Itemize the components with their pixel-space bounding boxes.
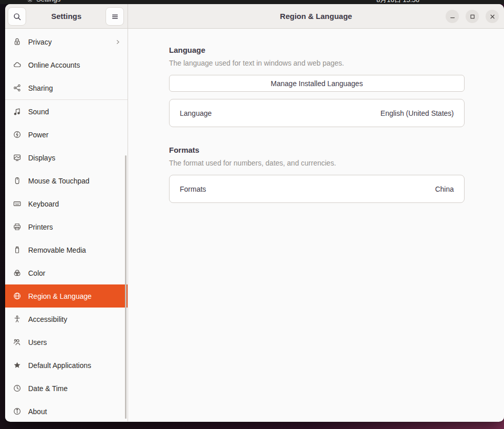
- usb-drive-icon: [13, 246, 22, 254]
- color-profile-icon: [13, 269, 22, 277]
- minimize-icon: [449, 13, 456, 20]
- sidebar-item-keyboard[interactable]: Keyboard: [5, 192, 128, 215]
- app-title: Settings: [51, 12, 81, 21]
- star-icon: [13, 361, 22, 370]
- mouse-icon: [13, 176, 22, 185]
- keyboard-icon: [13, 199, 22, 208]
- sidebar-item-date-time[interactable]: Date & Time: [5, 377, 128, 400]
- search-button[interactable]: [8, 7, 26, 26]
- sidebar-item-label: Power: [28, 131, 121, 139]
- close-button[interactable]: [486, 10, 499, 23]
- info-icon: [13, 407, 22, 416]
- language-row-label: Language: [180, 109, 212, 117]
- display-icon: [13, 153, 22, 162]
- music-note-icon: [13, 107, 22, 116]
- sidebar-item-sharing[interactable]: Sharing: [5, 76, 128, 99]
- sidebar-item-region-language[interactable]: Region & Language: [5, 284, 128, 308]
- page-title: Region & Language: [280, 12, 352, 21]
- sidebar-item-default-applications[interactable]: Default Applications: [5, 354, 128, 377]
- share-icon: [13, 84, 22, 92]
- sidebar-header: Settings: [5, 4, 128, 28]
- sidebar-item-users[interactable]: Users: [5, 331, 128, 354]
- sidebar-item-privacy[interactable]: Privacy: [5, 30, 128, 53]
- sidebar-item-power[interactable]: Power: [5, 123, 128, 146]
- topbar-clock[interactable]: 8月16日 15:56: [376, 0, 419, 4]
- sidebar-item-printers[interactable]: Printers: [5, 215, 128, 238]
- search-icon: [13, 12, 22, 21]
- language-section-title: Language: [169, 46, 465, 54]
- sidebar-item-label: Region & Language: [28, 292, 121, 300]
- sidebar-item-sound[interactable]: Sound: [5, 100, 128, 123]
- formats-row-value: China: [435, 185, 454, 193]
- sidebar-item-mouse-touchpad[interactable]: Mouse & Touchpad: [5, 169, 128, 192]
- formats-row-label: Formats: [180, 185, 206, 193]
- minimize-button[interactable]: [446, 10, 459, 23]
- sidebar-item-label: Date & Time: [28, 384, 121, 393]
- clock-icon: [13, 384, 22, 393]
- sidebar-item-label: Online Accounts: [28, 61, 121, 69]
- sidebar-item-label: Keyboard: [28, 200, 121, 208]
- sidebar-item-color[interactable]: Color: [5, 261, 128, 284]
- sidebar-item-label: Users: [28, 338, 121, 346]
- lock-icon: [13, 37, 22, 46]
- language-row-value: English (United States): [381, 109, 454, 117]
- region-language-page: Language The language used for text in w…: [128, 29, 504, 421]
- manage-installed-languages-button[interactable]: Manage Installed Languages: [169, 75, 465, 92]
- sidebar-item-online-accounts[interactable]: Online Accounts: [5, 53, 128, 76]
- sidebar-item-label: About: [28, 407, 121, 416]
- sidebar-item-accessibility[interactable]: Accessibility: [5, 308, 128, 331]
- globe-icon: [13, 292, 22, 300]
- gnome-top-bar: Settings 8月16日 15:56: [0, 0, 504, 4]
- window-controls: [446, 4, 499, 29]
- users-icon: [13, 338, 22, 346]
- sidebar-item-label: Default Applications: [28, 361, 121, 370]
- content-header: Region & Language: [128, 4, 504, 28]
- sidebar-item-removable-media[interactable]: Removable Media: [5, 238, 128, 261]
- hamburger-menu-icon: [111, 12, 119, 21]
- language-row[interactable]: Language English (United States): [170, 99, 464, 127]
- sidebar-item-label: Mouse & Touchpad: [28, 177, 121, 185]
- sidebar-item-label: Color: [28, 269, 121, 277]
- sidebar: PrivacyOnline AccountsSharingSoundPowerD…: [5, 29, 128, 421]
- accessibility-icon: [13, 315, 22, 323]
- primary-menu-button[interactable]: [106, 7, 124, 26]
- topbar-app-label: Settings: [36, 0, 60, 3]
- sidebar-item-label: Accessibility: [28, 315, 121, 323]
- language-card: Language English (United States): [169, 99, 465, 127]
- printer-icon: [13, 222, 22, 231]
- sidebar-item-displays[interactable]: Displays: [5, 146, 128, 169]
- close-icon: [489, 13, 496, 20]
- gear-icon: [27, 0, 33, 3]
- sidebar-item-label: Sound: [28, 108, 121, 116]
- sidebar-item-about[interactable]: About: [5, 400, 128, 421]
- sidebar-item-label: Removable Media: [28, 246, 121, 254]
- maximize-button[interactable]: [466, 10, 479, 23]
- sidebar-item-label: Displays: [28, 154, 121, 162]
- maximize-icon: [469, 13, 476, 20]
- formats-card: Formats China: [169, 175, 465, 203]
- language-section-description: The language used for text in windows an…: [169, 59, 465, 67]
- sidebar-scrollbar[interactable]: [125, 155, 127, 419]
- sidebar-item-label: Sharing: [28, 84, 121, 92]
- topbar-clock-label: 8月16日 15:56: [376, 0, 419, 4]
- topbar-focused-app[interactable]: Settings: [27, 0, 60, 3]
- header-bar: Settings Region & Language: [5, 4, 504, 29]
- formats-section-title: Formats: [169, 146, 465, 154]
- sidebar-item-label: Privacy: [28, 38, 108, 46]
- cloud-icon: [13, 60, 22, 69]
- formats-row[interactable]: Formats China: [170, 175, 464, 202]
- settings-window: Settings Region & Language PrivacyOnline…: [5, 4, 504, 422]
- formats-section-description: The format used for numbers, dates, and …: [169, 159, 465, 167]
- window-body: PrivacyOnline AccountsSharingSoundPowerD…: [5, 29, 504, 421]
- sidebar-list: PrivacyOnline AccountsSharingSoundPowerD…: [5, 30, 128, 421]
- power-icon: [13, 130, 22, 139]
- chevron-right-icon: [114, 38, 121, 46]
- sidebar-item-label: Printers: [28, 223, 121, 231]
